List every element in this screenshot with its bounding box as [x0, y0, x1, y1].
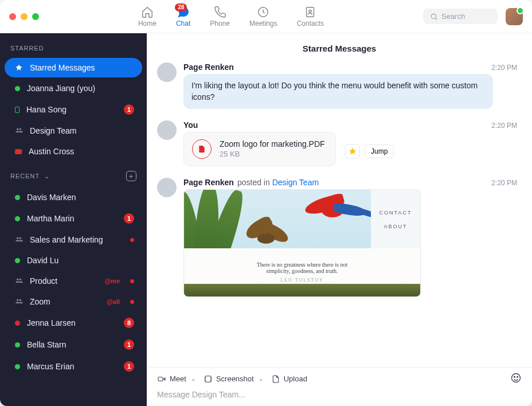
svg-rect-12 — [158, 377, 163, 381]
message-input[interactable]: Message Design Team... — [157, 390, 522, 399]
file-attachment[interactable]: Zoom logo for marketing.PDF 25 KB — [183, 132, 336, 166]
unread-badge: 1 — [124, 213, 134, 224]
avatar[interactable] — [157, 120, 177, 140]
svg-point-6 — [17, 237, 19, 240]
window-minimize-icon[interactable] — [21, 13, 28, 20]
nav-contacts-label: Contacts — [297, 19, 324, 28]
sidebar-item-label: Jenna Larsen — [27, 318, 117, 327]
search-input[interactable]: Search — [423, 9, 498, 24]
sidebar-heading-starred: STARRED — [0, 41, 147, 57]
sidebar-item-design-team[interactable]: Design Team — [5, 121, 142, 140]
sidebar-item-label: Product — [30, 276, 97, 286]
sidebar-item-label: Hana Song — [26, 105, 117, 114]
presence-icon — [15, 321, 20, 326]
chevron-down-icon: ⌄ — [191, 376, 195, 382]
chevron-down-icon: ⌄ — [259, 376, 263, 382]
screenshot-button[interactable]: Screenshot ⌄ — [204, 374, 263, 384]
chat-badge: 28 — [175, 3, 187, 11]
nav-home[interactable]: Home — [138, 6, 157, 28]
sidebar-item-sales[interactable]: Sales and Marketing — [5, 230, 142, 249]
sidebar-item-label: Zoom — [30, 297, 100, 306]
avatar[interactable] — [157, 63, 177, 82]
nav-meetings-label: Meetings — [249, 19, 277, 28]
unread-badge: 1 — [124, 361, 134, 372]
sidebar-item-label: Design Team — [30, 126, 134, 135]
sidebar-item-label: Bella Starn — [27, 340, 117, 349]
chevron-down-icon: ⌄ — [42, 173, 50, 179]
star-icon — [15, 64, 23, 72]
sidebar-item-davis[interactable]: Davis Marken — [5, 188, 142, 207]
contacts-icon — [304, 6, 316, 18]
sidebar-item-marcus[interactable]: Marcus Erian 1 — [5, 356, 142, 377]
sidebar-item-david[interactable]: David Lu — [5, 251, 142, 270]
home-icon — [141, 6, 154, 18]
channel-link[interactable]: Design Team — [272, 178, 319, 187]
mobile-presence-icon — [15, 107, 19, 113]
emoji-button[interactable] — [510, 372, 522, 385]
unread-dot — [130, 238, 134, 242]
sidebar-item-hana[interactable]: Hana Song 1 — [5, 99, 142, 120]
nav-home-label: Home — [138, 19, 157, 28]
video-icon — [157, 374, 166, 384]
message: You Zoom logo for marketing.PDF 25 KB — [157, 120, 517, 166]
svg-point-15 — [514, 377, 515, 378]
message-author: Page Renken — [183, 63, 234, 72]
svg-point-7 — [19, 237, 22, 240]
nav-chat[interactable]: 28 Chat — [176, 6, 190, 28]
add-button[interactable]: + — [126, 171, 136, 181]
file-name: Zoom logo for marketing.PDF — [220, 139, 325, 149]
window-zoom-icon[interactable] — [32, 13, 39, 20]
clock-icon — [257, 6, 269, 18]
sidebar-item-zoom[interactable]: Zoom @all — [5, 292, 142, 311]
presence-icon — [15, 216, 20, 221]
nav-meetings[interactable]: Meetings — [249, 6, 277, 28]
preview-quote: There is no greatness where there is not… — [184, 248, 420, 296]
sidebar-item-martha[interactable]: Martha Marin 1 — [5, 208, 142, 229]
message: Page Renken posted in Design Team CONTAC… — [157, 178, 517, 297]
sidebar-item-label: Sales and Marketing — [30, 235, 123, 244]
group-icon — [15, 126, 23, 135]
unread-dot — [130, 300, 134, 304]
unread-badge: 1 — [124, 104, 134, 115]
nav-phone[interactable]: Phone — [210, 6, 230, 28]
svg-point-3 — [431, 14, 436, 18]
nav-contacts[interactable]: Contacts — [297, 6, 324, 28]
upload-button[interactable]: Upload — [271, 374, 307, 384]
message-time: 2:20 PM — [491, 122, 517, 130]
jump-button[interactable]: Jump — [365, 145, 394, 158]
svg-point-9 — [19, 279, 22, 281]
message: Page Renken I'm liking the layout a lot!… — [157, 63, 517, 109]
message-author: Page Renken — [183, 178, 234, 187]
presence-icon — [15, 86, 20, 91]
page-title: Starred Messages — [147, 33, 532, 63]
message-time: 2:20 PM — [491, 179, 517, 187]
sidebar-heading-recent[interactable]: RECENT ⌄ + — [0, 167, 147, 187]
image-preview[interactable]: CONTACT ABOUT There is no greatness wher… — [183, 189, 421, 297]
sidebar-item-joanna[interactable]: Joanna Jiang (you) — [5, 79, 142, 98]
file-icon — [271, 374, 280, 384]
sidebar-item-bella[interactable]: Bella Starn 1 — [5, 334, 142, 355]
sidebar-item-label: Marcus Erian — [27, 362, 117, 371]
presence-icon — [15, 364, 20, 369]
sidebar-item-label: Joanna Jiang (you) — [27, 84, 134, 93]
avatar[interactable] — [157, 178, 177, 197]
star-button[interactable] — [345, 144, 360, 159]
nav-chat-label: Chat — [176, 19, 190, 28]
sidebar-item-austin[interactable]: Austin Cross — [5, 142, 142, 161]
sidebar-item-product[interactable]: Product @me — [5, 271, 142, 291]
group-icon — [15, 276, 23, 286]
svg-point-11 — [19, 299, 22, 302]
sidebar-item-jenna[interactable]: Jenna Larsen 8 — [5, 313, 142, 333]
sidebar-item-label: Austin Cross — [29, 147, 134, 156]
sidebar-item-starred-messages[interactable]: Starred Messages — [5, 58, 142, 77]
meet-button[interactable]: Meet ⌄ — [157, 374, 195, 384]
window-close-icon[interactable] — [9, 13, 16, 20]
sidebar-item-label: Davis Marken — [27, 193, 134, 202]
self-avatar[interactable] — [506, 8, 523, 25]
svg-point-16 — [517, 377, 518, 378]
body: STARRED Starred Messages Joanna Jiang (y… — [0, 33, 532, 406]
main-panel: Starred Messages Page Renken I'm liking … — [147, 33, 532, 406]
preview-sidebar: CONTACT ABOUT — [371, 190, 420, 249]
app-window: Home 28 Chat Phone Meetings — [0, 0, 532, 406]
svg-rect-13 — [205, 376, 212, 382]
